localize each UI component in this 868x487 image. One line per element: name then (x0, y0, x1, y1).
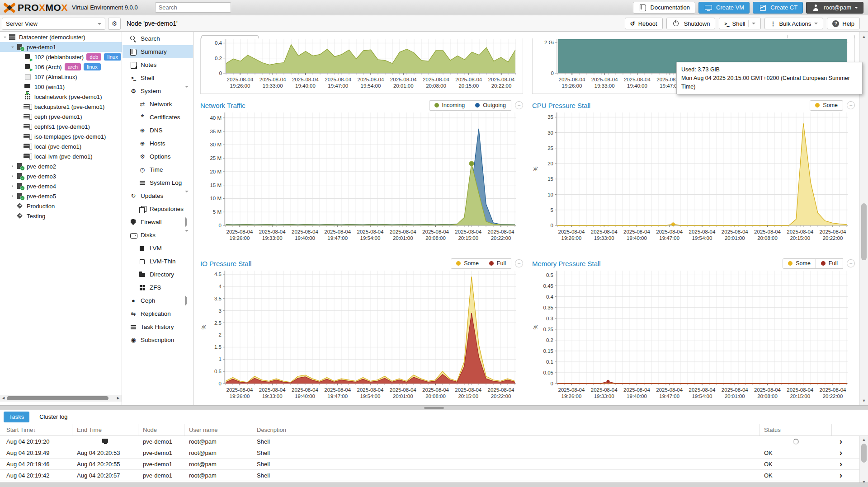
tree-item-102-debianbuster[interactable]: 102 (debianbuster)deblinux (0, 52, 122, 62)
undo-zoom-icon[interactable]: − (847, 259, 855, 267)
menu-item-time[interactable]: ◷Time (123, 163, 193, 176)
menu-item-system[interactable]: ⚙System (123, 84, 193, 98)
column-header-status[interactable]: Status (760, 424, 832, 435)
splitter-handle[interactable] (424, 407, 444, 409)
tree-item-datacenter-democluster[interactable]: Datacenter (democluster) (0, 32, 122, 42)
tree-item-pve-demo4[interactable]: pve-demo4 (0, 181, 122, 191)
undo-zoom-icon[interactable]: − (515, 259, 523, 267)
task-row[interactable]: Aug 04 20:19:46Aug 04 20:20:55pve-demo1r… (0, 459, 868, 470)
undo-zoom-icon[interactable]: − (515, 101, 523, 109)
tree-item-106-arch[interactable]: 106 (Arch)archlinux (0, 62, 122, 72)
task-row[interactable]: Aug 04 20:19:42Aug 04 20:20:57pve-demo1r… (0, 470, 868, 481)
create-ct-button[interactable]: Create CT (753, 2, 803, 14)
task-expand-button[interactable]: › (832, 436, 850, 447)
global-search-input[interactable] (155, 2, 231, 13)
tab-tasks[interactable]: Tasks (4, 412, 29, 422)
bulk-actions-button[interactable]: ⋮Bulk Actions (764, 18, 823, 29)
legend-full[interactable]: Full (816, 258, 843, 269)
create-vm-button[interactable]: Create VM (698, 2, 750, 14)
task-expand-button[interactable]: › (832, 459, 850, 469)
tree-item-iso-templages-pve-demo1[interactable]: iso-templages (pve-demo1) (0, 131, 122, 141)
tree-item-pve-demo5[interactable]: pve-demo5 (0, 191, 122, 201)
scroll-down-arrow[interactable]: ▼ (860, 397, 868, 404)
column-header-end-time[interactable]: End Time (72, 424, 138, 435)
tree-item-pve-demo1[interactable]: pve-demo1 (0, 42, 122, 52)
menu-item-certificates[interactable]: *Certificates (123, 111, 193, 124)
tree-item-pve-demo3[interactable]: pve-demo3 (0, 171, 122, 181)
task-row[interactable]: Aug 04 20:19:49Aug 04 20:20:53pve-demo1r… (0, 447, 868, 459)
menu-item-notes[interactable]: Notes (123, 58, 193, 71)
tree-item-backupstore1-pve-demo1[interactable]: backupstore1 (pve-demo1) (0, 102, 122, 112)
tree-horizontal-scrollbar[interactable]: ◄ ► (0, 395, 122, 402)
menu-item-system-log[interactable]: System Log (123, 176, 193, 189)
tree-item-ceph-pve-demo1[interactable]: ceph (pve-demo1) (0, 112, 122, 122)
reboot-button[interactable]: ↺Reboot (625, 18, 663, 29)
node-menu: SearchSummaryNotes>_Shell⚙System⇄Network… (123, 32, 193, 347)
menu-item-firewall[interactable]: Firewall (123, 215, 193, 229)
scroll-up-arrow[interactable]: ▲ (860, 436, 868, 443)
menu-item-zfs[interactable]: ZFS (123, 281, 193, 294)
task-expand-button[interactable]: › (832, 447, 850, 458)
column-header-user-name[interactable]: User name (184, 424, 252, 435)
tasks-panel: Tasks Cluster log Start Time ↓End TimeNo… (0, 410, 868, 487)
tree-item-testing[interactable]: Testing (0, 211, 122, 221)
legend-some[interactable]: Some (810, 100, 843, 111)
menu-item-updates[interactable]: ↻Updates (123, 189, 193, 202)
legend-some[interactable]: Some (451, 258, 484, 269)
menu-item-label: Replication (141, 310, 171, 317)
scroll-left-arrow[interactable]: ◄ (0, 395, 7, 402)
svg-text:20: 20 (547, 161, 553, 166)
menu-item-lvm-thin[interactable]: LVM-Thin (123, 255, 193, 268)
scrollbar-thumb[interactable] (7, 396, 108, 400)
scroll-right-arrow[interactable]: ► (115, 395, 122, 402)
column-header-start-time[interactable]: Start Time ↓ (0, 424, 72, 435)
view-select[interactable]: Server View (2, 18, 105, 30)
panel-splitter[interactable] (0, 405, 868, 410)
tree-item-pve-demo2[interactable]: pve-demo2 (0, 161, 122, 171)
undo-zoom-icon[interactable]: − (847, 101, 855, 109)
menu-item-summary[interactable]: Summary (123, 45, 193, 58)
tree-item-production[interactable]: Production (0, 201, 122, 211)
column-header-description[interactable]: Description (252, 424, 760, 435)
menu-item-options[interactable]: ⚙Options (123, 150, 193, 163)
tree-item-local-lvm-pve-demo1[interactable]: local-lvm (pve-demo1) (0, 151, 122, 161)
user-menu-button[interactable]: root@pam (806, 2, 863, 14)
tree-item-localnetwork-pve-demo1[interactable]: localnetwork (pve-demo1) (0, 92, 122, 102)
tree-item-100-win11[interactable]: 100 (win11) (0, 82, 122, 92)
menu-item-hosts[interactable]: ⊕Hosts (123, 137, 193, 150)
documentation-button[interactable]: Documentation (633, 2, 695, 14)
task-expand-button[interactable]: › (832, 470, 850, 481)
column-header-node[interactable]: Node (138, 424, 184, 435)
view-settings-button[interactable]: ⚙ (108, 18, 121, 30)
help-button[interactable]: ?Help (827, 18, 860, 29)
legend-some[interactable]: Some (783, 258, 816, 269)
menu-item-network[interactable]: ⇄Network (123, 98, 193, 111)
tasks-vertical-scrollbar[interactable]: ▲ ▼ (859, 436, 868, 486)
shell-button[interactable]: >_Shell (719, 18, 761, 29)
globe-icon: ⊕ (138, 127, 147, 134)
tree-item-107-almalinux[interactable]: 107 (AlmaLinux) (0, 72, 122, 82)
svg-text:20:01:00: 20:01:00 (393, 393, 413, 399)
tab-cluster-log[interactable]: Cluster log (34, 412, 73, 422)
menu-item-dns[interactable]: ⊕DNS (123, 124, 193, 137)
menu-item-task-history[interactable]: Task History (123, 320, 193, 333)
tree-item-cephfs1-pve-demo1[interactable]: cephfs1 (pve-demo1) (0, 122, 122, 131)
scrollbar-thumb[interactable] (861, 444, 867, 463)
menu-item-ceph[interactable]: ●Ceph (123, 294, 193, 307)
menu-item-search[interactable]: Search (123, 32, 193, 45)
menu-item-subscription[interactable]: ◉Subscription (123, 333, 193, 347)
scrollbar-thumb[interactable] (861, 203, 867, 260)
legend-incoming[interactable]: Incoming (429, 100, 471, 111)
menu-item-repositories[interactable]: Repositories (123, 202, 193, 215)
scroll-up-arrow[interactable]: ▲ (860, 33, 868, 40)
menu-item-disks[interactable]: Disks (123, 229, 193, 242)
menu-item-lvm[interactable]: LVM (123, 242, 193, 255)
legend-full[interactable]: Full (484, 258, 511, 269)
menu-item-replication[interactable]: ⇆Replication (123, 307, 193, 320)
legend-outgoing[interactable]: Outgoing (470, 100, 511, 111)
task-row[interactable]: Aug 04 20:19:20pve-demo1root@pamShell› (0, 436, 868, 447)
menu-item-shell[interactable]: >_Shell (123, 71, 193, 84)
shutdown-button[interactable]: Shutdown (666, 18, 716, 29)
tree-item-local-pve-demo1[interactable]: local (pve-demo1) (0, 141, 122, 151)
menu-item-directory[interactable]: Directory (123, 268, 193, 281)
